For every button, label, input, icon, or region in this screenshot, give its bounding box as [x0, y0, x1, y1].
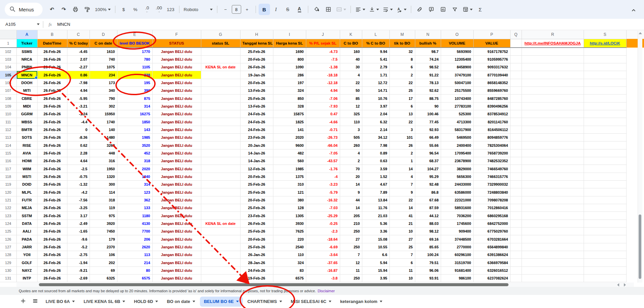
grid-cell-J127[interactable]: -6.69 — [306, 243, 340, 251]
grid-cell-D124[interactable]: 3920 — [90, 220, 117, 227]
grid-cell-I108[interactable]: 850 — [273, 95, 306, 102]
grid-cell-J104[interactable]: -1.38 — [306, 63, 340, 71]
grid-cell-G121[interactable] — [201, 196, 240, 204]
table-views-button[interactable] — [461, 4, 474, 15]
zoom-select[interactable]: 100% — [93, 4, 112, 15]
grid-cell-S130[interactable] — [584, 266, 626, 274]
grid-cell-G106[interactable] — [201, 79, 240, 86]
grid-cell-M124[interactable]: 21 — [389, 220, 415, 227]
grid-cell-M103[interactable]: 8 — [389, 55, 415, 63]
grid-cell-E130[interactable]: 80 — [117, 266, 152, 274]
grid-cell-O115[interactable]: 17095400 — [441, 149, 473, 157]
grid-cell-D123[interactable]: 975 — [90, 212, 117, 220]
grid-cell-I111[interactable]: 1825 — [273, 118, 306, 126]
row-header-115[interactable]: 115 — [0, 149, 16, 157]
grid-cell-P122[interactable]: 7012860416 — [473, 204, 510, 212]
grid-cell-H106[interactable]: 20-Feb-26 — [240, 79, 273, 86]
grid-cell-D115[interactable]: 448 — [90, 149, 117, 157]
grid-cell-S110[interactable] — [584, 110, 626, 118]
grid-cell-E109[interactable]: 314 — [117, 102, 152, 110]
grid-cell-H122[interactable]: 25-Feb-26 — [240, 204, 273, 212]
increase-decimal-button[interactable]: .00→ — [153, 4, 165, 15]
grid-cell-N129[interactable]: 79.51 — [415, 259, 441, 266]
grid-cell-C110[interactable]: -1.24 — [67, 110, 90, 118]
grid-cell-J119[interactable]: -3.23 — [306, 181, 340, 188]
grid-cell-A123[interactable]: SSTM — [16, 212, 37, 220]
grid-cell-P117[interactable]: 7466549760 — [473, 165, 510, 173]
grid-cell-N124[interactable]: 88.03 — [415, 220, 441, 227]
grid-cell-E117[interactable]: 2020 — [117, 165, 152, 173]
grid-cell-N111[interactable]: 77.45 — [415, 118, 441, 126]
grid-cell-L124[interactable]: 5.36 — [362, 220, 389, 227]
grid-cell-J117[interactable]: -1.76 — [306, 165, 340, 173]
grid-cell-N102[interactable]: 98.7 — [415, 48, 441, 55]
grid-cell-D104[interactable]: 1075 — [90, 63, 117, 71]
grid-cell-D130[interactable]: 69 — [90, 266, 117, 274]
grid-cell-J125[interactable]: -2.3 — [306, 228, 340, 235]
row-header-118[interactable]: 118 — [0, 173, 16, 180]
horizontal-align-button[interactable] — [354, 4, 367, 15]
grid-cell-G103[interactable] — [201, 55, 240, 63]
grid-cell-D111[interactable]: 1740 — [90, 118, 117, 126]
grid-cell-S105[interactable] — [584, 71, 626, 79]
grid-cell-Q110[interactable] — [510, 110, 522, 118]
grid-cell-I120[interactable]: 121 — [273, 188, 306, 196]
grid-cell-B120[interactable]: 26-Feb-26 — [37, 188, 67, 196]
row-header-116[interactable]: 116 — [0, 157, 16, 165]
grid-cell-B106[interactable]: 26-Feb-26 — [37, 79, 67, 86]
header-cell-D[interactable]: C on date — [90, 39, 117, 48]
grid-cell-D116[interactable]: 316 — [90, 157, 117, 165]
grid-cell-S125[interactable] — [584, 228, 626, 235]
grid-cell-K113[interactable]: 505 — [340, 134, 362, 141]
name-box[interactable]: A105 — [0, 22, 40, 27]
grid-cell-M113[interactable]: 101 — [389, 134, 415, 141]
grid-cell-C129[interactable]: -1.94 — [67, 259, 90, 266]
grid-cell-Q124[interactable] — [510, 220, 522, 227]
grid-cell-O108[interactable]: 10743400 — [441, 95, 473, 102]
grid-cell-B125[interactable]: 26-Feb-26 — [37, 228, 67, 235]
grid-cell-C108[interactable]: -5.95 — [67, 95, 90, 102]
grid-cell-H119[interactable]: 25-Feb-26 — [240, 181, 273, 188]
grid-cell-I118[interactable]: 1375 — [273, 173, 306, 180]
grid-cell-Q105[interactable] — [510, 71, 522, 79]
grid-cell-O110[interactable]: 525300 — [441, 110, 473, 118]
grid-cell-K110[interactable]: 325 — [340, 110, 362, 118]
grid-cell-K119[interactable]: 14 — [340, 181, 362, 188]
grid-cell-P107[interactable]: 8559669760 — [473, 87, 510, 95]
grid-cell-S109[interactable] — [584, 102, 626, 110]
grid-cell-D117[interactable]: 1950 — [90, 165, 117, 173]
grid-cell-A106[interactable]: DOOH — [16, 79, 37, 86]
grid-cell-M130[interactable]: 11 — [389, 266, 415, 274]
grid-cell-O111[interactable]: 4713300 — [441, 118, 473, 126]
grid-cell-A118[interactable]: MSTI — [16, 173, 37, 180]
redo-button[interactable]: ↷ — [58, 4, 69, 15]
grid-cell-H103[interactable]: 20-Feb-26 — [240, 55, 273, 63]
grid-cell-N115[interactable]: 96.54 — [415, 149, 441, 157]
grid-cell-R107[interactable] — [522, 87, 584, 95]
grid-cell-H126[interactable]: 20-Feb-26 — [240, 235, 273, 243]
column-header-Q[interactable]: Q — [510, 30, 522, 39]
grid-cell-S122[interactable] — [584, 204, 626, 212]
grid-cell-G116[interactable] — [201, 157, 240, 165]
grid-cell-L108[interactable]: 10.76 — [362, 95, 389, 102]
grid-cell-D128[interactable]: 106 — [90, 251, 117, 259]
grid-cell-I117[interactable]: 1985 — [273, 165, 306, 173]
grid-cell-M126[interactable]: 27 — [389, 235, 415, 243]
grid-cell-O112[interactable]: 58317900 — [441, 126, 473, 133]
grid-cell-O114[interactable]: 2400400 — [441, 141, 473, 149]
grid-cell-C111[interactable]: -4.4 — [67, 118, 90, 126]
grid-cell-G115[interactable] — [201, 149, 240, 157]
grid-cell-C103[interactable]: 2.07 — [67, 55, 90, 63]
grid-cell-C124[interactable]: -2.49 — [67, 220, 90, 227]
grid-cell-P108[interactable]: 8487285760 — [473, 95, 510, 102]
sheet-tab-live-bo-6a[interactable]: LIVE BO 6A — [42, 297, 79, 307]
column-header-R[interactable]: R — [522, 30, 584, 39]
row-header-109[interactable]: 109 — [0, 102, 16, 110]
grid-cell-D102[interactable]: 1610 — [90, 48, 117, 55]
header-cell-E[interactable]: level BO BESOK — [117, 39, 152, 48]
grid-cell-K123[interactable]: 205 — [340, 212, 362, 220]
grid-cell-S129[interactable] — [584, 259, 626, 266]
grid-cell-C130[interactable]: -9.21 — [67, 266, 90, 274]
grid-cell-Q122[interactable] — [510, 204, 522, 212]
vertical-scrollbar-thumb[interactable] — [639, 214, 641, 279]
